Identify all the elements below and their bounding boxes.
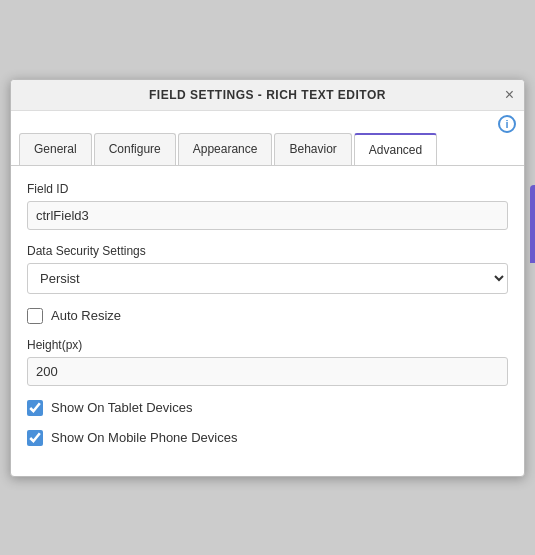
tab-general[interactable]: General [19, 133, 92, 165]
auto-resize-label[interactable]: Auto Resize [51, 308, 121, 323]
height-group: Height(px) [27, 338, 508, 386]
close-button[interactable]: × [505, 87, 514, 103]
height-label: Height(px) [27, 338, 508, 352]
show-mobile-row: Show On Mobile Phone Devices [27, 430, 508, 446]
tab-appearance[interactable]: Appearance [178, 133, 273, 165]
tab-content: Field ID Data Security Settings Persist … [11, 166, 524, 476]
field-id-label: Field ID [27, 182, 508, 196]
dialog-header: FIELD SETTINGS - RICH TEXT EDITOR × [11, 80, 524, 111]
data-security-label: Data Security Settings [27, 244, 508, 258]
height-input[interactable] [27, 357, 508, 386]
tab-configure[interactable]: Configure [94, 133, 176, 165]
tab-advanced[interactable]: Advanced [354, 133, 437, 165]
show-mobile-label[interactable]: Show On Mobile Phone Devices [51, 430, 237, 445]
data-security-select[interactable]: Persist Session None [27, 263, 508, 294]
show-tablet-checkbox[interactable] [27, 400, 43, 416]
show-tablet-label[interactable]: Show On Tablet Devices [51, 400, 192, 415]
field-id-group: Field ID [27, 182, 508, 230]
dialog-title: FIELD SETTINGS - RICH TEXT EDITOR [149, 88, 386, 102]
app-data-tab[interactable]: ❮ App Data [530, 159, 535, 263]
tab-bar: General Configure Appearance Behavior Ad… [11, 133, 524, 166]
show-tablet-row: Show On Tablet Devices [27, 400, 508, 416]
field-id-input[interactable] [27, 201, 508, 230]
app-data-label[interactable]: App Data [530, 185, 535, 263]
info-icon[interactable]: i [498, 115, 516, 133]
show-mobile-checkbox[interactable] [27, 430, 43, 446]
tab-behavior[interactable]: Behavior [274, 133, 351, 165]
data-security-group: Data Security Settings Persist Session N… [27, 244, 508, 294]
auto-resize-checkbox[interactable] [27, 308, 43, 324]
auto-resize-row: Auto Resize [27, 308, 508, 324]
field-settings-dialog: FIELD SETTINGS - RICH TEXT EDITOR × i Ge… [10, 79, 525, 477]
info-row: i [11, 111, 524, 133]
